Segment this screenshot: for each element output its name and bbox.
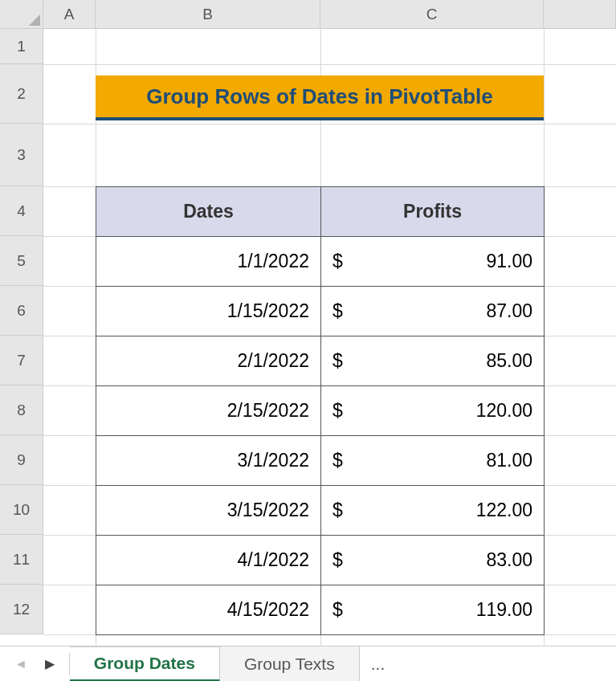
tab-group-dates[interactable]: Group Dates [70, 646, 220, 682]
data-table: Dates Profits 1/1/2022$91.001/15/2022$87… [96, 186, 545, 635]
cell-date[interactable]: 2/15/2022 [96, 386, 321, 436]
cell-profit[interactable]: $85.00 [321, 336, 545, 386]
row-headers: 123456789101112 [0, 29, 43, 634]
currency-symbol: $ [332, 251, 343, 272]
col-header-c[interactable]: C [320, 0, 544, 29]
cell-date[interactable]: 4/1/2022 [96, 536, 321, 585]
profit-value: 119.00 [476, 599, 532, 621]
cell-profit[interactable]: $91.00 [321, 237, 545, 287]
cell-date[interactable]: 2/1/2022 [96, 336, 321, 386]
profit-value: 122.00 [476, 500, 532, 521]
row-header-12[interactable]: 12 [0, 585, 43, 634]
currency-symbol: $ [332, 599, 343, 621]
sheet-tab-strip: ◄ ▶ Group Dates Group Texts ... [0, 646, 616, 681]
row-header-7[interactable]: 7 [0, 336, 43, 385]
grid-area[interactable]: Group Rows of Dates in PivotTable Dates … [43, 29, 616, 646]
row-header-11[interactable]: 11 [0, 535, 43, 585]
row-header-2[interactable]: 2 [0, 64, 43, 124]
currency-symbol: $ [332, 549, 343, 571]
table-row: 4/1/2022$83.00 [96, 536, 545, 585]
currency-symbol: $ [332, 500, 343, 521]
profit-value: 87.00 [486, 300, 532, 322]
profit-value: 81.00 [486, 450, 532, 471]
tab-group-texts[interactable]: Group Texts [220, 646, 360, 682]
row-header-5[interactable]: 5 [0, 236, 43, 286]
column-headers: ABC [43, 0, 616, 29]
row-header-6[interactable]: 6 [0, 286, 43, 336]
currency-symbol: $ [332, 350, 343, 372]
row-header-10[interactable]: 10 [0, 485, 43, 535]
cell-profit[interactable]: $81.00 [321, 436, 545, 486]
profit-value: 91.00 [486, 251, 532, 272]
table-row: 4/15/2022$119.00 [96, 585, 545, 635]
cell-profit[interactable]: $120.00 [321, 386, 545, 436]
row-header-8[interactable]: 8 [0, 385, 43, 435]
table-row: 3/1/2022$81.00 [96, 436, 545, 486]
col-header-b[interactable]: B [96, 0, 320, 29]
select-all-corner[interactable] [0, 0, 43, 29]
cell-date[interactable]: 3/1/2022 [96, 436, 321, 486]
cell-date[interactable]: 3/15/2022 [96, 486, 321, 536]
row-header-1[interactable]: 1 [0, 29, 43, 64]
col-header-a[interactable]: A [43, 0, 96, 29]
worksheet[interactable]: 123456789101112 ABC Group Rows of Dates … [0, 0, 616, 646]
cell-date[interactable]: 1/1/2022 [96, 237, 321, 287]
header-dates[interactable]: Dates [96, 187, 321, 237]
profit-value: 83.00 [486, 549, 532, 571]
currency-symbol: $ [332, 400, 343, 422]
col-header-filler [544, 0, 616, 29]
table-row: 2/15/2022$120.00 [96, 386, 545, 436]
page-title: Group Rows of Dates in PivotTable [96, 75, 544, 120]
tab-more[interactable]: ... [360, 654, 397, 674]
nav-first-icon[interactable]: ◄ [14, 657, 27, 671]
profit-value: 120.00 [476, 400, 532, 422]
nav-next-icon[interactable]: ▶ [45, 656, 55, 671]
row-header-9[interactable]: 9 [0, 435, 43, 485]
currency-symbol: $ [332, 300, 343, 322]
cell-profit[interactable]: $122.00 [321, 486, 545, 536]
table-header-row: Dates Profits [96, 187, 545, 237]
cell-profit[interactable]: $87.00 [321, 287, 545, 336]
table-row: 1/1/2022$91.00 [96, 237, 545, 287]
table-row: 3/15/2022$122.00 [96, 486, 545, 536]
table-row: 2/1/2022$85.00 [96, 336, 545, 386]
header-profits[interactable]: Profits [321, 187, 545, 237]
cell-date[interactable]: 1/15/2022 [96, 287, 321, 336]
cell-date[interactable]: 4/15/2022 [96, 585, 321, 635]
row-header-3[interactable]: 3 [0, 124, 43, 186]
profit-value: 85.00 [486, 350, 532, 372]
currency-symbol: $ [332, 450, 343, 471]
row-header-4[interactable]: 4 [0, 186, 43, 236]
cell-profit[interactable]: $83.00 [321, 536, 545, 585]
tab-nav: ◄ ▶ [0, 656, 69, 671]
cell-profit[interactable]: $119.00 [321, 585, 545, 635]
table-row: 1/15/2022$87.00 [96, 287, 545, 336]
